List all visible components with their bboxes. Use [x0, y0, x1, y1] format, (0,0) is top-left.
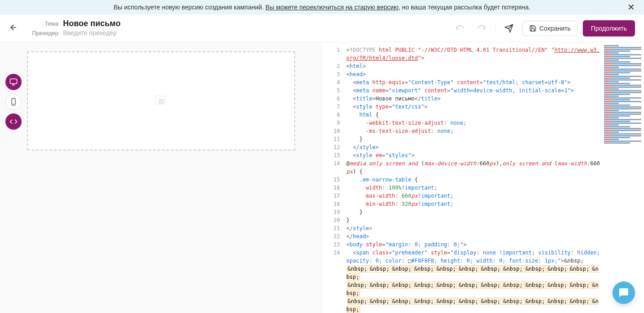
header: Тема Новое письмо Прехедер Введите прехе…	[0, 14, 644, 42]
header-actions: Сохранить Продолжить	[452, 20, 635, 36]
minimap[interactable]	[601, 42, 644, 313]
continue-button[interactable]: Продолжить	[583, 20, 635, 36]
banner-text-after: , но ваша текущая рассылка будет потерян…	[399, 4, 531, 11]
sidebar-tools	[5, 74, 22, 130]
mobile-view-button[interactable]	[5, 94, 22, 110]
image-placeholder-icon	[153, 92, 169, 110]
code-content[interactable]: <!DOCTYPE html PUBLIC "-//W3C//DTD HTML …	[345, 42, 602, 313]
divider	[495, 23, 495, 34]
main: 123456789101112131415161718192021222324 …	[0, 42, 644, 313]
undo-button[interactable]	[452, 20, 468, 36]
banner-text-before: Вы используете новую версию создания кам…	[114, 4, 266, 11]
info-banner: Вы используете новую версию создания кам…	[0, 0, 644, 14]
preheader-input[interactable]: Введите прехедер	[63, 29, 117, 36]
redo-button[interactable]	[473, 20, 490, 36]
chat-button[interactable]	[612, 281, 635, 304]
banner-text: Вы используете новую версию создания кам…	[114, 4, 531, 11]
back-button[interactable]	[9, 23, 18, 34]
preview-canvas[interactable]	[27, 51, 295, 150]
code-view-button[interactable]	[5, 113, 22, 130]
preheader-label: Прехедер	[27, 30, 59, 36]
line-gutter: 123456789101112131415161718192021222324	[322, 42, 345, 313]
svg-rect-6	[158, 99, 164, 104]
header-fields: Тема Новое письмо Прехедер Введите прехе…	[27, 19, 452, 37]
desktop-view-button[interactable]	[5, 74, 22, 90]
subject-input[interactable]: Новое письмо	[63, 19, 121, 28]
save-button[interactable]: Сохранить	[522, 21, 577, 36]
save-button-label: Сохранить	[539, 25, 571, 32]
code-editor[interactable]: 123456789101112131415161718192021222324 …	[322, 42, 644, 313]
send-test-button[interactable]	[501, 20, 517, 36]
subject-label: Тема	[27, 20, 59, 27]
svg-rect-0	[10, 79, 17, 84]
close-icon[interactable]: ✕	[627, 2, 635, 13]
banner-switch-link[interactable]: Вы можете переключиться на старую версию	[266, 4, 399, 11]
preview-pane	[0, 42, 322, 313]
